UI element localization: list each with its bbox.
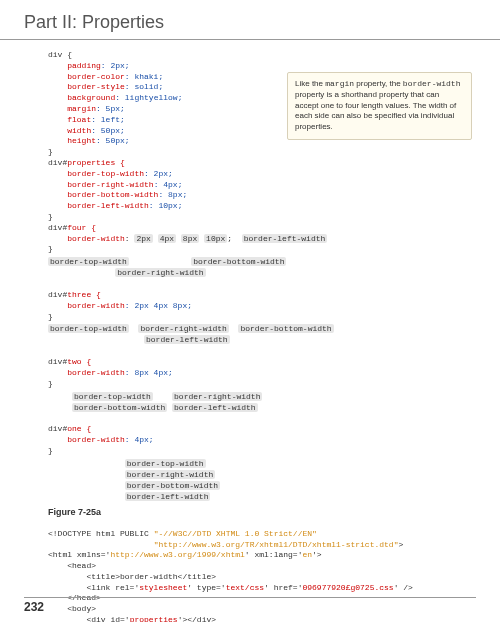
page-title: Part II: Properties — [0, 0, 500, 40]
code-prop: border-style — [48, 82, 125, 91]
label-btw: border-top-width — [72, 392, 153, 401]
label-bbw: border-bottom-width — [72, 403, 167, 412]
code-line: <link rel=' — [48, 583, 139, 592]
code-selector: three { — [67, 290, 101, 299]
code-val: : 50px; — [91, 126, 125, 135]
code-str: "-//W3C//DTD XHTML 1.0 Strict//EN" — [154, 529, 317, 538]
label-btw: border-top-width — [125, 459, 206, 468]
code-line: ' type=' — [187, 583, 225, 592]
code-line: div# — [48, 424, 67, 433]
code-prop: border-color — [48, 72, 125, 81]
code-val: : 4px; — [154, 180, 183, 189]
code-prop: margin — [48, 104, 96, 113]
code-prop: border-width — [48, 368, 125, 377]
label-blw: border-left-width — [172, 403, 258, 412]
label-bbw: border-bottom-width — [238, 324, 333, 333]
code-hl: 4px — [158, 234, 176, 243]
code-prop: float — [48, 115, 91, 124]
code-str: http://www.w3.org/1999/xhtml — [110, 550, 244, 559]
label-row: border-right-width — [48, 470, 476, 479]
code-line: div# — [48, 357, 67, 366]
label-brw: border-right-width — [125, 470, 215, 479]
code-prop: border-top-width — [48, 169, 144, 178]
label-bbw: border-bottom-width — [191, 257, 286, 266]
label-btw: border-top-width — [48, 257, 129, 266]
code-val: : left; — [91, 115, 125, 124]
label-row: border-top-width border-right-width — [48, 392, 476, 401]
code-str: "http://www.w3.org/TR/xhtml1/DTD/xhtml1-… — [154, 540, 399, 549]
code-val: : 4px; — [125, 435, 154, 444]
code-line: } — [48, 212, 53, 221]
callout-text: Like the — [295, 79, 325, 88]
code-prop: width — [48, 126, 91, 135]
code-attr: properties — [130, 615, 178, 622]
code-prop: padding — [48, 61, 101, 70]
code-prop: border-width — [48, 301, 125, 310]
label-row: border-left-width — [48, 335, 476, 344]
code-hl: 8px — [181, 234, 199, 243]
code-line: div { — [48, 50, 72, 59]
code-line: <head> — [48, 561, 96, 570]
code-selector: four { — [67, 223, 96, 232]
code-line: <title>border-width</title> — [48, 572, 216, 581]
code-prop: border-left-width — [48, 201, 149, 210]
label-row: border-bottom-width — [48, 481, 476, 490]
label-brw: border-right-width — [115, 268, 205, 277]
label-bbw: border-bottom-width — [125, 481, 220, 490]
figure-caption-a: Figure 7-25a — [48, 507, 476, 517]
css-listing: div#one { border-width: 4px; } — [48, 414, 476, 457]
label-btw: border-top-width — [48, 324, 129, 333]
code-line: ' /> — [394, 583, 413, 592]
code-line: } — [48, 244, 53, 253]
code-str: en — [302, 550, 312, 559]
code-val: : 50px; — [96, 136, 130, 145]
code-prop: background — [48, 93, 115, 102]
code-val: : 2px; — [101, 61, 130, 70]
code-prop: border-bottom-width — [48, 190, 158, 199]
code-line: <div id=' — [48, 615, 130, 622]
code-line: > — [398, 540, 403, 549]
code-line: '></div> — [178, 615, 216, 622]
code-val: : khaki; — [125, 72, 163, 81]
code-line: } — [48, 379, 53, 388]
code-line: div# — [48, 158, 67, 167]
label-row: border-top-width — [48, 459, 476, 468]
callout-code-border-width: border-width — [403, 79, 461, 88]
code-val: : 2px 4px 8px; — [125, 301, 192, 310]
code-val: : 5px; — [96, 104, 125, 113]
code-prop: border-right-width — [48, 180, 154, 189]
code-line: div# — [48, 223, 67, 232]
code-prop: height — [48, 136, 96, 145]
code-hl: 10px — [204, 234, 227, 243]
code-text: : — [125, 234, 135, 243]
code-line: ' xml:lang=' — [245, 550, 303, 559]
label-row: border-top-width border-right-width bord… — [48, 324, 476, 333]
label-row: border-right-width — [48, 268, 476, 277]
callout-code-margin: margin — [325, 79, 354, 88]
label-blw: border-left-width — [125, 492, 211, 501]
code-line — [48, 540, 154, 549]
css-listing: div#three { border-width: 2px 4px 8px; } — [48, 279, 476, 322]
label-brw: border-right-width — [172, 392, 262, 401]
callout-text: property, the — [354, 79, 403, 88]
code-val: : solid; — [125, 82, 163, 91]
label-row: border-top-width border-bottom-width — [48, 257, 476, 266]
page-number: 232 — [24, 597, 476, 614]
callout-text: property is a shorthand property that ca… — [295, 90, 456, 131]
code-attr: text/css — [226, 583, 264, 592]
page-content: Like the margin property, the border-wid… — [0, 50, 500, 622]
code-val: : 8px 4px; — [125, 368, 173, 377]
code-attr: stylesheet — [139, 583, 187, 592]
code-line: } — [48, 446, 53, 455]
code-line: '> — [312, 550, 322, 559]
code-prop: border-width — [48, 435, 125, 444]
code-hl: 2px — [134, 234, 152, 243]
code-selector: properties { — [67, 158, 125, 167]
label-blw: border-left-width — [144, 335, 230, 344]
code-prop: border-width — [48, 234, 125, 243]
code-line: <!DOCTYPE html PUBLIC — [48, 529, 154, 538]
code-val: : 8px; — [158, 190, 187, 199]
code-line: ' href=' — [264, 583, 302, 592]
label-row: border-left-width — [48, 492, 476, 501]
label-row: border-bottom-width border-left-width — [48, 403, 476, 412]
